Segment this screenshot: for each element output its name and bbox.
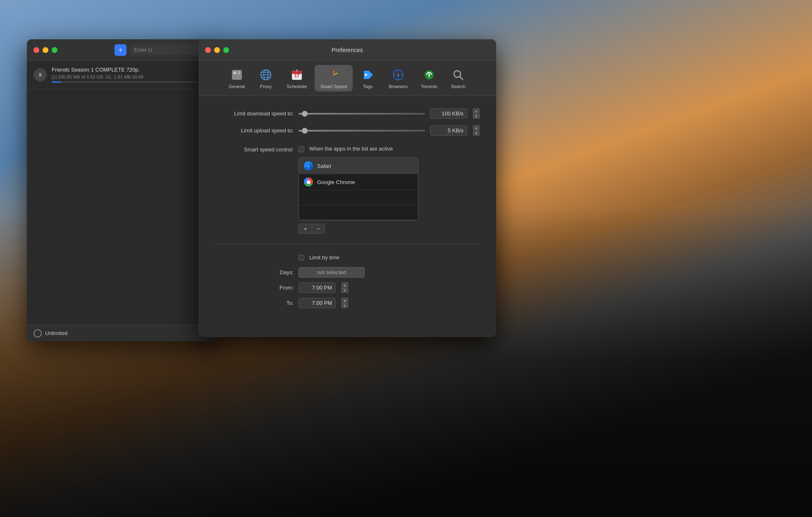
speed-meter-icon <box>33 329 42 337</box>
search-icon <box>451 67 466 82</box>
tab-proxy[interactable]: Proxy <box>252 65 279 91</box>
add-torrent-button[interactable]: + <box>115 44 127 56</box>
to-decrement[interactable]: ▼ <box>342 303 348 308</box>
prefs-maximize-button[interactable] <box>223 47 229 53</box>
apps-list: Safari Google Chrome <box>299 158 418 220</box>
prefs-close-button[interactable] <box>205 47 211 53</box>
torrents-icon <box>422 67 437 82</box>
upload-speed-label: Limit upload speed to: <box>215 127 294 134</box>
progress-fill <box>52 81 61 83</box>
tab-search[interactable]: Search <box>445 65 472 91</box>
upload-stepper[interactable]: ▲ ▼ <box>473 125 480 136</box>
prefs-content: Limit download speed to: ▲ ▼ Limit uploa… <box>198 96 496 326</box>
speed-status: Unlimited <box>45 330 67 336</box>
progress-bar <box>52 81 213 83</box>
from-stepper[interactable]: ▲ ▼ <box>342 282 348 293</box>
svg-rect-3 <box>238 73 240 74</box>
tab-general[interactable]: General <box>223 65 251 91</box>
app-list-item-safari[interactable]: Safari <box>299 158 418 174</box>
to-stepper[interactable]: ▲ ▼ <box>342 298 348 308</box>
download-stepper[interactable]: ▲ ▼ <box>473 108 480 119</box>
svg-rect-0 <box>232 70 242 80</box>
browsers-icon <box>391 67 406 82</box>
svg-text:17: 17 <box>294 73 299 78</box>
app-list-item-chrome[interactable]: Google Chrome <box>299 174 418 190</box>
to-increment[interactable]: ▲ <box>342 298 348 303</box>
limit-time-label: Limit by time <box>309 254 339 261</box>
download-decrement[interactable]: ▼ <box>473 114 480 119</box>
general-label: General <box>229 84 245 89</box>
download-speed-label: Limit download speed to: <box>215 110 294 117</box>
upload-increment[interactable]: ▲ <box>473 125 480 130</box>
list-controls: + − <box>299 224 480 234</box>
torrents-label: Torrents <box>421 84 437 89</box>
section-divider <box>215 244 480 244</box>
tab-browsers[interactable]: Browsers <box>383 65 413 91</box>
download-slider[interactable] <box>299 113 425 115</box>
smart-speed-checkbox[interactable] <box>299 146 304 152</box>
tab-smart-speed[interactable]: Smart Speed <box>315 65 353 91</box>
pause-button[interactable]: ⏸ <box>33 68 47 81</box>
torrent-list-item: ⏸ Friends Season 1 COMPLETE 720p. [1] 20… <box>27 61 219 89</box>
close-button[interactable] <box>33 47 39 53</box>
from-row: From: ▲ ▼ <box>215 282 480 293</box>
torrent-info: Friends Season 1 COMPLETE 720p. [1] 200.… <box>52 67 213 83</box>
add-app-button[interactable]: + <box>299 224 312 234</box>
minimize-button[interactable] <box>43 47 48 53</box>
safari-app-icon <box>304 161 313 170</box>
from-decrement[interactable]: ▼ <box>342 288 348 293</box>
from-label: From: <box>215 285 294 291</box>
download-increment[interactable]: ▲ <box>473 108 480 113</box>
tab-tags[interactable]: Tags <box>354 65 381 91</box>
tab-scheduler[interactable]: 17 Scheduler <box>281 65 313 91</box>
svg-point-15 <box>365 74 367 76</box>
proxy-icon <box>258 67 273 82</box>
limit-time-checkbox[interactable] <box>299 255 304 261</box>
safari-app-name: Safari <box>317 163 331 169</box>
prefs-toolbar: General Proxy 17 <box>198 61 496 96</box>
torrent-footer: Unlimited <box>27 325 219 341</box>
smart-speed-description: When the apps in the list are active <box>309 146 393 152</box>
upload-speed-input[interactable] <box>430 125 467 136</box>
tab-torrents[interactable]: Torrents <box>415 65 443 91</box>
torrent-meta: [1] 200.85 MB of 3.53 GB, UL: 1.81 MB 00… <box>52 74 213 79</box>
app-list-empty-2 <box>299 205 418 220</box>
to-row: To: ▲ ▼ <box>215 298 480 308</box>
from-time-input[interactable] <box>299 282 336 293</box>
upload-speed-row: Limit upload speed to: ▲ ▼ <box>215 125 480 136</box>
smart-speed-label: Smart Speed <box>320 84 347 89</box>
remove-app-button[interactable]: − <box>312 224 325 234</box>
prefs-traffic-lights <box>205 47 229 53</box>
days-row: Days: <box>215 267 480 278</box>
prefs-minimize-button[interactable] <box>214 47 220 53</box>
maximize-button[interactable] <box>52 47 57 53</box>
upload-decrement[interactable]: ▼ <box>473 131 480 136</box>
tags-icon <box>361 67 375 82</box>
general-icon <box>229 67 244 82</box>
download-speed-input[interactable] <box>430 108 467 119</box>
tags-label: Tags <box>363 84 373 89</box>
preferences-window: Preferences General <box>198 39 496 337</box>
from-increment[interactable]: ▲ <box>342 282 348 287</box>
scheduler-icon: 17 <box>289 67 304 82</box>
scheduler-label: Scheduler <box>287 84 307 89</box>
smart-speed-icon <box>326 67 341 82</box>
chrome-app-icon <box>304 177 313 187</box>
smart-speed-section: Smart speed control: When the apps in th… <box>215 146 480 234</box>
smart-speed-ctrl-label: Smart speed control: <box>215 146 294 153</box>
smart-speed-row: Smart speed control: When the apps in th… <box>215 146 480 153</box>
search-label: Search <box>451 84 466 89</box>
days-input[interactable] <box>299 267 365 278</box>
chrome-app-name: Google Chrome <box>317 179 355 185</box>
prefs-titlebar: Preferences <box>198 39 496 61</box>
time-section: Limit by time Days: From: ▲ ▼ To: ▲ ▼ <box>215 254 480 308</box>
limit-time-row: Limit by time <box>215 254 480 261</box>
svg-rect-2 <box>238 72 240 72</box>
browsers-label: Browsers <box>389 84 408 89</box>
upload-slider[interactable] <box>299 130 425 132</box>
torrent-name: Friends Season 1 COMPLETE 720p. <box>52 67 167 73</box>
days-label: Days: <box>215 269 294 275</box>
torrent-titlebar: + Enter U <box>27 39 219 61</box>
svg-line-23 <box>460 77 463 79</box>
to-time-input[interactable] <box>299 298 336 308</box>
